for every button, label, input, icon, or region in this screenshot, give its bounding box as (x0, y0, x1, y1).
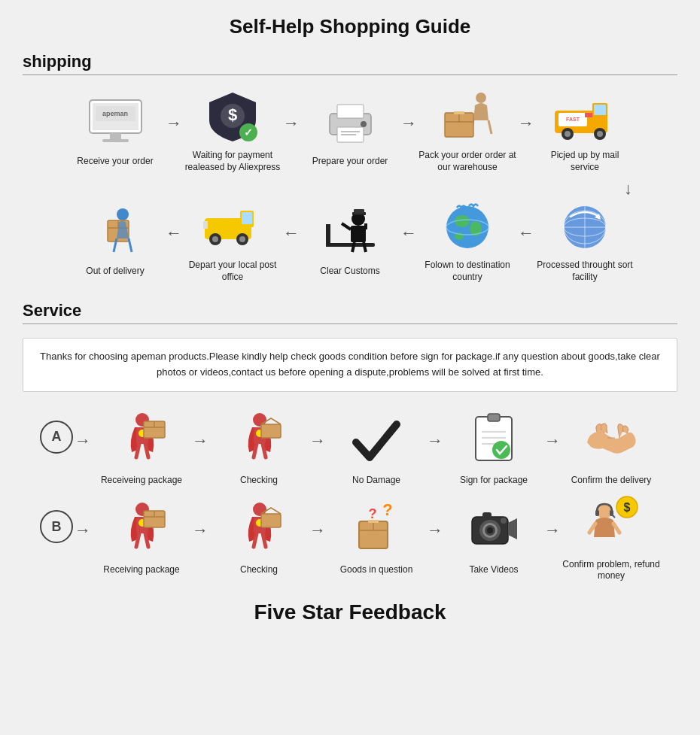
svg-point-13 (361, 121, 367, 127)
arrow-b2: → (309, 521, 326, 555)
prepare-label: Prepare your order (312, 156, 388, 168)
receiving-b-icon (108, 500, 175, 560)
flow-item-depart: Depart your local post office (184, 199, 282, 283)
svg-text:?: ? (382, 500, 392, 519)
svg-point-86 (492, 441, 510, 459)
svg-line-37 (129, 238, 132, 252)
svg-rect-11 (337, 105, 364, 118)
arrow-down: ↓ (23, 181, 677, 197)
service-row-a: A → (23, 410, 677, 487)
svg-point-44 (239, 236, 245, 242)
folown-icon (434, 199, 501, 255)
page: Self-Help Shopping Guide shipping apeman (0, 0, 700, 639)
flow-item-processed: Processed throught sort facility (536, 199, 634, 283)
confirm-b-icon: $ (577, 494, 645, 554)
svg-rect-4 (110, 133, 121, 139)
pack-label: Pack your order order at our warehouse (418, 150, 516, 173)
flow-item-folown: Folown to destination country (418, 199, 516, 283)
svg-rect-25 (594, 105, 606, 115)
checking-a-icon (225, 410, 293, 470)
svg-text:apeman: apeman (102, 110, 127, 117)
confirm-a-label: Confirm the delivery (571, 475, 652, 487)
folown-label: Folown to destination country (418, 260, 516, 283)
svg-point-16 (476, 93, 486, 103)
service-item-sign: Sign for package (445, 410, 543, 487)
service-item-checking-b: Checking (210, 500, 308, 576)
service-title: Service (23, 301, 677, 324)
customs-label: Clear Customs (320, 266, 379, 278)
processed-icon (551, 199, 619, 255)
svg-rect-46 (326, 243, 375, 247)
main-title: Self-Help Shopping Guide (23, 15, 677, 38)
svg-point-114 (501, 518, 507, 524)
mail-icon: FAST (551, 89, 619, 145)
arrow-a2: → (309, 431, 326, 466)
arrow-b4: → (544, 521, 561, 555)
svg-rect-45 (203, 221, 208, 229)
flow-item-customs: Clear Customs (301, 205, 399, 278)
svg-point-56 (446, 206, 488, 248)
arrow4: → (518, 114, 534, 148)
arrow-r2: ← (283, 223, 300, 258)
svg-rect-47 (326, 224, 330, 247)
arrow-r4: ← (518, 223, 534, 258)
payment-icon: $ ✓ (199, 89, 266, 145)
sign-icon (460, 410, 528, 470)
checking-b-icon (225, 500, 293, 560)
svg-rect-99 (261, 514, 281, 527)
five-star-title: Five Star Feedback (23, 600, 677, 624)
row-a-label: A (40, 421, 73, 454)
receiving-a-icon (108, 410, 175, 470)
checking-a-label: Checking (240, 475, 278, 487)
nodamage-label: No Damage (352, 475, 400, 487)
confirm-b-label: Confirm problem, refund money (562, 559, 660, 582)
svg-point-112 (487, 527, 493, 533)
arrow-b3: → (427, 521, 443, 555)
confirm-a-icon (577, 410, 645, 470)
flow-item-mail: FAST Picjed up by mail service (536, 89, 634, 173)
outdelivery-icon (81, 205, 149, 261)
mail-label: Picjed up by mail service (536, 150, 634, 173)
svg-point-32 (117, 208, 129, 220)
receive-label: Receive your order (77, 156, 153, 168)
processed-label: Processed throught sort facility (536, 260, 634, 283)
flow-item-pack: Pack your order order at our warehouse (418, 89, 516, 173)
payment-label: Waiting for payment realeased by Aliexpr… (184, 150, 282, 173)
receive-icon: apeman (81, 95, 149, 151)
flow-item-outdelivery: Out of delivery (66, 205, 164, 278)
svg-rect-82 (488, 414, 500, 421)
arrow-a3: → (427, 431, 443, 466)
arrow-b0: → (75, 521, 91, 555)
service-item-goods-q: ? ? Goods in question (327, 500, 425, 576)
pack-icon (434, 89, 501, 145)
svg-rect-118 (595, 510, 599, 516)
sign-label: Sign for package (460, 475, 528, 487)
service-section: Service Thanks for choosing apeman produ… (23, 301, 677, 582)
videos-icon (460, 500, 528, 560)
svg-point-31 (597, 131, 603, 137)
svg-rect-5 (102, 139, 129, 142)
svg-rect-113 (482, 512, 492, 518)
svg-point-42 (212, 236, 218, 242)
arrow-a4: → (544, 431, 561, 466)
row-b-label: B (40, 510, 73, 543)
svg-text:$: $ (227, 105, 236, 124)
service-item-nodamage: No Damage (327, 410, 425, 487)
service-item-checking-a: Checking (210, 410, 308, 487)
service-item-confirm-b: $ C (562, 494, 660, 582)
arrow1: → (166, 114, 182, 148)
service-item-videos: Take Videos (445, 500, 543, 576)
flow-item-payment: $ ✓ Waiting for payment realeased by Ali… (184, 89, 282, 173)
svg-line-18 (488, 120, 492, 134)
svg-rect-51 (351, 226, 366, 242)
svg-point-29 (565, 131, 571, 137)
flow-item-receive: apeman Receive your order (66, 95, 164, 168)
arrow2: → (283, 114, 300, 148)
svg-rect-22 (454, 111, 464, 114)
svg-rect-78 (261, 424, 281, 438)
outdelivery-label: Out of delivery (86, 266, 144, 278)
shipping-title: shipping (23, 52, 677, 75)
nodamage-icon (342, 410, 410, 470)
shipping-row1: apeman Receive your order → (23, 89, 677, 173)
depart-icon (199, 199, 266, 255)
